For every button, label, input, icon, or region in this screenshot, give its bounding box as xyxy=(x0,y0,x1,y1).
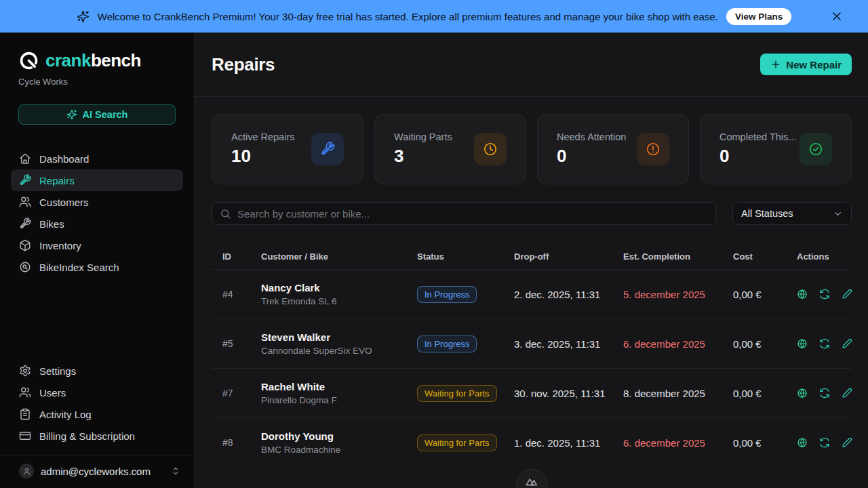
table-row[interactable]: #4 Nancy Clark Trek Emonda SL 6 In Progr… xyxy=(212,269,852,319)
pencil-icon xyxy=(842,289,852,300)
sidebar-item-label: BikeIndex Search xyxy=(39,262,119,273)
trial-banner: Welcome to CrankBench Premium! Your 30-d… xyxy=(0,0,868,33)
globe-icon xyxy=(797,289,808,300)
column-header-cost: Cost xyxy=(733,251,797,262)
sidebar-item-inventory[interactable]: Inventory xyxy=(11,235,183,256)
sidebar-item-users[interactable]: Users xyxy=(11,382,183,403)
globe-action-button[interactable] xyxy=(797,437,808,448)
package-icon xyxy=(19,239,31,251)
filters-row: All Statuses xyxy=(212,202,852,225)
est-completion-date: 6. december 2025 xyxy=(623,338,733,350)
alert-circle-icon xyxy=(637,133,669,165)
brand-logo[interactable]: crankbench xyxy=(0,33,194,71)
customer-bike-cell: Steven Walker Cannondale SuperSix EVO xyxy=(261,331,417,356)
row-actions xyxy=(797,338,852,349)
customer-name: Dorothy Young xyxy=(261,430,417,442)
stat-label: Waiting Parts xyxy=(394,131,452,142)
avatar xyxy=(19,464,34,479)
globe-icon xyxy=(797,388,808,399)
sidebar-item-label: Settings xyxy=(39,365,76,377)
new-repair-label: New Repair xyxy=(786,59,842,70)
sidebar-item-label: Bikes xyxy=(39,218,64,230)
repair-cost: 0,00 € xyxy=(733,338,797,350)
user-icon xyxy=(22,467,31,476)
customer-name: Steven Walker xyxy=(261,331,417,343)
users-icon xyxy=(19,196,31,208)
edit-repair-button[interactable] xyxy=(842,388,852,399)
bike-model: BMC Roadmachine xyxy=(261,445,417,455)
repair-cost: 0,00 € xyxy=(733,388,797,399)
customer-bike-cell: Nancy Clark Trek Emonda SL 6 xyxy=(261,282,417,306)
stat-label: Active Repairs xyxy=(231,131,294,142)
stat-value: 10 xyxy=(231,146,294,167)
sidebar: crankbench Cycle Works AI Search Dashboa… xyxy=(0,33,195,488)
refresh-status-button[interactable] xyxy=(819,437,830,448)
page-title: Repairs xyxy=(212,54,275,75)
shop-name: Cycle Works xyxy=(0,71,194,87)
builder-badge[interactable] xyxy=(516,469,547,488)
search-circle-icon xyxy=(19,261,31,273)
repair-id: #8 xyxy=(222,437,261,448)
refresh-status-button[interactable] xyxy=(819,338,830,349)
sidebar-item-bikeindex-search[interactable]: BikeIndex Search xyxy=(11,256,183,278)
new-repair-button[interactable]: New Repair xyxy=(760,54,852,75)
row-actions xyxy=(797,289,852,300)
account-menu[interactable]: admin@cycleworks.com xyxy=(0,455,194,488)
sidebar-item-repairs[interactable]: Repairs xyxy=(11,169,183,191)
refresh-icon xyxy=(819,388,830,399)
globe-icon xyxy=(797,437,808,448)
customer-name: Nancy Clark xyxy=(261,282,417,293)
edit-repair-button[interactable] xyxy=(842,437,852,448)
pencil-icon xyxy=(842,437,852,448)
column-header-status: Status xyxy=(417,251,514,262)
chevrons-up-down-icon xyxy=(171,466,180,476)
pencil-icon xyxy=(842,338,852,349)
table-header: ID Customer / Bike Status Drop-off Est. … xyxy=(212,243,852,269)
globe-action-button[interactable] xyxy=(797,338,808,349)
sidebar-item-dashboard[interactable]: Dashboard xyxy=(11,148,183,169)
trial-banner-message: Welcome to CrankBench Premium! Your 30-d… xyxy=(98,11,718,22)
close-icon xyxy=(830,9,844,23)
stat-label: Completed This... xyxy=(719,131,796,142)
table-row[interactable]: #7 Rachel White Pinarello Dogma F Waitin… xyxy=(212,368,852,418)
sidebar-item-settings[interactable]: Settings xyxy=(11,360,183,382)
status-filter-value: All Statuses xyxy=(741,208,793,219)
refresh-status-button[interactable] xyxy=(819,388,830,399)
column-header-id: ID xyxy=(222,251,261,262)
table-row[interactable]: #8 Dorothy Young BMC Roadmachine Waiting… xyxy=(212,418,852,467)
banner-close-button[interactable] xyxy=(830,9,844,23)
stat-card-active-repairs: Active Repairs 10 xyxy=(212,114,363,184)
globe-action-button[interactable] xyxy=(797,289,808,300)
repair-cost: 0,00 € xyxy=(733,437,797,449)
globe-action-button[interactable] xyxy=(797,388,808,399)
view-plans-button[interactable]: View Plans xyxy=(726,8,791,25)
edit-repair-button[interactable] xyxy=(842,338,852,349)
search-input[interactable] xyxy=(237,208,708,220)
search-box xyxy=(212,202,716,225)
check-circle-icon xyxy=(800,133,832,165)
sidebar-item-label: Users xyxy=(39,387,66,399)
est-completion-date: 8. december 2025 xyxy=(623,388,733,399)
dropoff-date: 30. nov. 2025, 11:31 xyxy=(514,388,623,399)
sidebar-item-billing[interactable]: Billing & Subscription xyxy=(11,425,183,447)
edit-repair-button[interactable] xyxy=(842,289,852,300)
stat-value: 0 xyxy=(719,146,796,167)
table-row[interactable]: #5 Steven Walker Cannondale SuperSix EVO… xyxy=(212,319,852,368)
stats-row: Active Repairs 10 Waiting Parts 3 Needs … xyxy=(212,114,852,184)
status-filter-select[interactable]: All Statuses xyxy=(732,202,852,225)
sidebar-item-label: Repairs xyxy=(39,175,75,186)
main-nav: Dashboard Repairs Customers Bikes Invent… xyxy=(0,148,194,278)
ai-search-button[interactable]: AI Search xyxy=(18,104,176,125)
refresh-status-button[interactable] xyxy=(819,289,830,300)
stat-label: Needs Attention xyxy=(557,131,626,142)
sparkles-icon xyxy=(66,109,77,120)
sidebar-item-customers[interactable]: Customers xyxy=(11,191,183,213)
sidebar-item-bikes[interactable]: Bikes xyxy=(11,213,183,235)
sidebar-item-label: Inventory xyxy=(39,240,81,251)
customer-name: Rachel White xyxy=(261,381,417,392)
row-actions xyxy=(797,388,852,399)
repair-id: #4 xyxy=(222,289,261,300)
repair-id: #7 xyxy=(222,388,261,399)
status-badge: Waiting for Parts xyxy=(417,434,497,451)
sidebar-item-activity-log[interactable]: Activity Log xyxy=(11,403,183,425)
